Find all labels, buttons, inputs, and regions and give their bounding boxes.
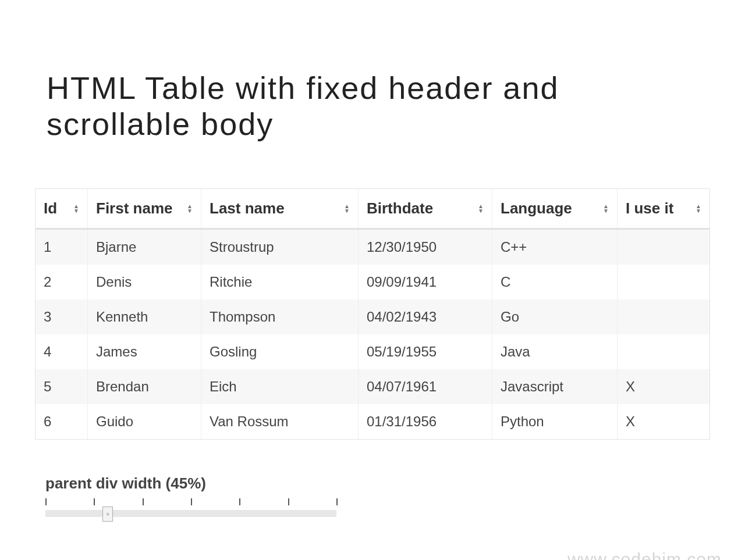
slider-tick (191, 498, 192, 505)
cell-first_name: Bjarne (88, 230, 201, 265)
column-header-label: Last name (210, 199, 285, 217)
sort-icon (597, 204, 609, 213)
page-title: HTML Table with fixed header and scrolla… (47, 70, 710, 142)
cell-last_name: Thompson (201, 299, 359, 334)
cell-language: Go (492, 299, 618, 334)
cell-birthdate: 12/30/1950 (359, 230, 492, 265)
cell-use_it (618, 299, 709, 334)
cell-use_it (618, 334, 709, 369)
cell-birthdate: 04/07/1961 (359, 369, 492, 404)
cell-language: Javascript (492, 369, 618, 404)
cell-id: 4 (36, 334, 88, 369)
table-row: 2DenisRitchie09/09/1941C (36, 265, 709, 299)
cell-last_name: Van Rossum (201, 404, 359, 439)
cell-use_it: X (618, 369, 709, 404)
cell-birthdate: 09/09/1941 (359, 265, 492, 299)
slider-thumb[interactable] (102, 507, 113, 522)
slider-label: parent div width (45%) (45, 475, 348, 493)
cell-id: 2 (36, 265, 88, 299)
column-header-label: Birthdate (367, 199, 433, 217)
data-table: Id First name Last name Birthdate Langua… (35, 188, 710, 440)
column-header-id[interactable]: Id (36, 189, 88, 228)
sort-icon (68, 204, 79, 213)
column-header-label: I use it (626, 199, 673, 217)
table-row: 5BrendanEich04/07/1961JavascriptX (36, 369, 709, 404)
cell-use_it (618, 230, 709, 265)
width-slider-section: parent div width (45%) (45, 475, 348, 517)
cell-id: 3 (36, 299, 88, 334)
cell-first_name: James (88, 334, 201, 369)
slider-tick (143, 498, 144, 505)
column-header-label: Id (44, 199, 57, 217)
cell-language: C++ (492, 230, 618, 265)
column-header-last-name[interactable]: Last name (201, 189, 359, 228)
column-header-label: First name (96, 199, 173, 217)
cell-last_name: Ritchie (201, 265, 359, 299)
slider-tick (288, 498, 289, 505)
cell-last_name: Eich (201, 369, 359, 404)
column-header-use-it[interactable]: I use it (618, 189, 709, 228)
column-header-first-name[interactable]: First name (88, 189, 201, 228)
sort-icon (181, 204, 193, 213)
table-row: 4JamesGosling05/19/1955Java (36, 334, 709, 369)
cell-language: C (492, 265, 618, 299)
watermark: www.codehim.com (567, 550, 722, 560)
slider-tick (94, 498, 95, 505)
slider-tick (239, 498, 240, 505)
cell-first_name: Guido (88, 404, 201, 439)
sort-icon (690, 204, 701, 213)
cell-last_name: Stroustrup (201, 230, 359, 265)
cell-id: 1 (36, 230, 88, 265)
cell-last_name: Gosling (201, 334, 359, 369)
table-body-scroll[interactable]: 1BjarneStroustrup12/30/1950C++2DenisRitc… (36, 230, 709, 439)
cell-birthdate: 05/19/1955 (359, 334, 492, 369)
cell-first_name: Kenneth (88, 299, 201, 334)
slider-track[interactable] (45, 510, 336, 517)
slider-tick (336, 498, 338, 505)
table-row: 6GuidoVan Rossum01/31/1956PythonX (36, 404, 709, 439)
column-header-label: Language (501, 199, 572, 217)
cell-use_it: X (618, 404, 709, 439)
cell-id: 6 (36, 404, 88, 439)
cell-birthdate: 01/31/1956 (359, 404, 492, 439)
column-header-birthdate[interactable]: Birthdate (359, 189, 492, 228)
cell-language: Python (492, 404, 618, 439)
column-header-language[interactable]: Language (492, 189, 618, 228)
cell-first_name: Brendan (88, 369, 201, 404)
cell-first_name: Denis (88, 265, 201, 299)
cell-birthdate: 04/02/1943 (359, 299, 492, 334)
cell-language: Java (492, 334, 618, 369)
sort-icon (338, 204, 350, 213)
cell-use_it (618, 265, 709, 299)
table-row: 1BjarneStroustrup12/30/1950C++ (36, 230, 709, 265)
cell-id: 5 (36, 369, 88, 404)
slider-tickbar (45, 498, 336, 507)
slider-tick (45, 498, 47, 505)
table-row: 3KennethThompson04/02/1943Go (36, 299, 709, 334)
table-header-row: Id First name Last name Birthdate Langua… (36, 189, 709, 230)
sort-icon (472, 204, 484, 213)
